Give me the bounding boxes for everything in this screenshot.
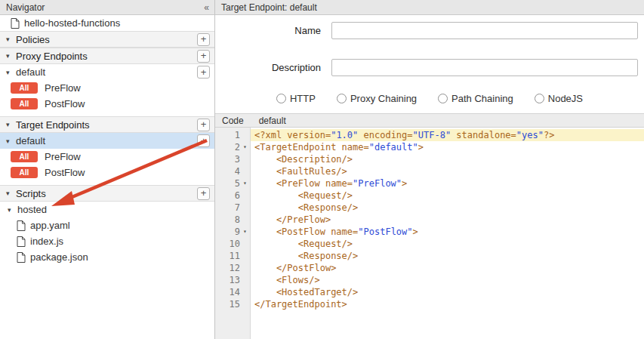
expander-icon[interactable]: ▾: [6, 69, 16, 76]
flow-label: PostFlow: [45, 98, 85, 109]
flow-label: PreFlow: [45, 82, 81, 94]
script-file-index-js[interactable]: index.js: [0, 233, 214, 249]
section-policies[interactable]: ▾ Policies +: [0, 31, 214, 48]
target-endpoint-default[interactable]: ▾ default +: [0, 133, 214, 149]
detail-title: Target Endpoint: default: [221, 2, 317, 13]
expander-icon[interactable]: ▾: [6, 190, 16, 197]
add-target-flow-button[interactable]: +: [197, 134, 210, 147]
section-label: Proxy Endpoints: [16, 51, 88, 62]
description-label: Description: [215, 62, 321, 73]
proxy-preflow-item[interactable]: All PreFlow: [0, 80, 214, 96]
expander-icon[interactable]: ▾: [6, 52, 16, 60]
add-script-button[interactable]: +: [197, 187, 210, 200]
endpoint-label: default: [16, 66, 45, 78]
collapse-panel-icon[interactable]: «: [204, 2, 208, 13]
line-number: 10: [215, 238, 250, 250]
script-file-app-yaml[interactable]: app.yaml: [0, 217, 214, 233]
line-number-gutter: 12▾345▾6789▾101112131415: [215, 128, 251, 339]
radio-icon[interactable]: [535, 94, 544, 103]
code-line[interactable]: </PostFlow>: [251, 262, 644, 274]
code-line[interactable]: </TargetEndpoint>: [251, 298, 644, 310]
navigator-header: Navigator «: [0, 0, 214, 15]
code-tab[interactable]: Code: [222, 116, 244, 126]
line-number: 4: [215, 165, 250, 177]
condition-badge: All: [11, 98, 38, 109]
expander-icon[interactable]: ▾: [8, 206, 17, 214]
code-line[interactable]: <Request/>: [251, 238, 644, 250]
add-policy-button[interactable]: +: [197, 33, 210, 46]
condition-badge: All: [11, 151, 38, 162]
section-scripts[interactable]: ▾ Scripts +: [0, 185, 214, 202]
expander-icon[interactable]: ▾: [6, 121, 16, 128]
radio-icon[interactable]: [337, 94, 347, 103]
expander-icon[interactable]: ▾: [6, 137, 16, 145]
line-number: 14: [215, 286, 250, 298]
add-proxy-flow-button[interactable]: +: [197, 66, 210, 79]
code-line[interactable]: <PreFlow name="PreFlow">: [251, 177, 644, 190]
add-proxy-endpoint-button[interactable]: +: [197, 50, 210, 63]
line-number: 1: [215, 129, 250, 141]
target-postflow-item[interactable]: All PostFlow: [0, 165, 214, 180]
code-line[interactable]: <Request/>: [251, 190, 644, 202]
code-line[interactable]: <Response/>: [251, 250, 644, 262]
code-line[interactable]: </PreFlow>: [251, 214, 644, 226]
radio-nodejs[interactable]: NodeJS: [535, 93, 583, 104]
line-number: 8: [215, 214, 250, 226]
line-number: 12: [215, 262, 250, 274]
tree-item-proxy-root[interactable]: hello-hosted-functions: [0, 15, 214, 31]
line-number: 6: [215, 190, 250, 202]
flow-label: PostFlow: [45, 167, 85, 178]
code-line[interactable]: <Flows/>: [251, 274, 644, 286]
line-number: 11: [215, 250, 250, 262]
section-proxy-endpoints[interactable]: ▾ Proxy Endpoints +: [0, 48, 214, 64]
line-number: 15: [215, 298, 250, 310]
radio-proxy-chaining[interactable]: Proxy Chaining: [337, 93, 417, 104]
section-label: Scripts: [16, 188, 46, 199]
code-line[interactable]: <Response/>: [251, 202, 644, 214]
section-target-endpoints[interactable]: ▾ Target Endpoints +: [0, 116, 214, 133]
scripts-folder-hosted[interactable]: ▾ hosted: [0, 202, 214, 217]
radio-http[interactable]: HTTP: [276, 93, 316, 104]
target-preflow-item[interactable]: All PreFlow: [0, 149, 214, 165]
section-label: Policies: [16, 34, 50, 45]
name-label: Name: [215, 25, 321, 36]
line-number: 2▾: [215, 141, 250, 153]
detail-header: Target Endpoint: default: [215, 0, 644, 15]
proxy-endpoint-default[interactable]: ▾ default +: [0, 64, 214, 80]
proxy-postflow-item[interactable]: All PostFlow: [0, 96, 214, 112]
name-row: Name: [215, 22, 638, 39]
line-number: 3: [215, 153, 250, 165]
tree-item-label: hello-hosted-functions: [24, 17, 120, 29]
code-editor[interactable]: 12▾345▾6789▾101112131415 <?xml version="…: [215, 128, 644, 339]
code-text-area[interactable]: <?xml version="1.0" encoding="UTF-8" sta…: [251, 128, 644, 339]
radio-path-chaining[interactable]: Path Chaining: [438, 93, 513, 104]
flow-label: PreFlow: [45, 151, 81, 162]
name-input[interactable]: [331, 22, 638, 39]
app-window: Navigator « hello-hosted-functions ▾ Pol…: [0, 0, 644, 339]
radio-label: HTTP: [290, 93, 316, 104]
description-input[interactable]: [331, 59, 638, 76]
file-label: package.json: [30, 251, 88, 263]
code-line[interactable]: <Description/>: [251, 153, 644, 165]
file-icon: [17, 236, 26, 247]
code-line[interactable]: <FaultRules/>: [251, 165, 644, 177]
code-line[interactable]: <?xml version="1.0" encoding="UTF-8" sta…: [251, 129, 644, 141]
fold-toggle-icon[interactable]: ▾: [240, 177, 250, 190]
condition-badge: All: [11, 82, 38, 94]
file-icon: [17, 252, 26, 263]
file-label: app.yaml: [30, 220, 70, 231]
radio-icon[interactable]: [438, 94, 448, 103]
code-line[interactable]: <PostFlow name="PostFlow">: [251, 226, 644, 238]
section-label: Target Endpoints: [16, 119, 90, 131]
fold-toggle-icon[interactable]: ▾: [240, 141, 250, 153]
add-target-endpoint-button[interactable]: +: [197, 119, 210, 131]
condition-badge: All: [11, 167, 38, 178]
script-file-package-json[interactable]: package.json: [0, 249, 214, 265]
fold-toggle-icon[interactable]: ▾: [240, 226, 250, 238]
detail-panel: Target Endpoint: default Name Descriptio…: [215, 0, 644, 339]
code-line[interactable]: <TargetEndpoint name="default">: [251, 141, 644, 153]
radio-icon[interactable]: [276, 94, 286, 103]
code-line[interactable]: <HostedTarget/>: [251, 286, 644, 298]
expander-icon[interactable]: ▾: [6, 35, 16, 43]
file-label: index.js: [30, 236, 63, 247]
